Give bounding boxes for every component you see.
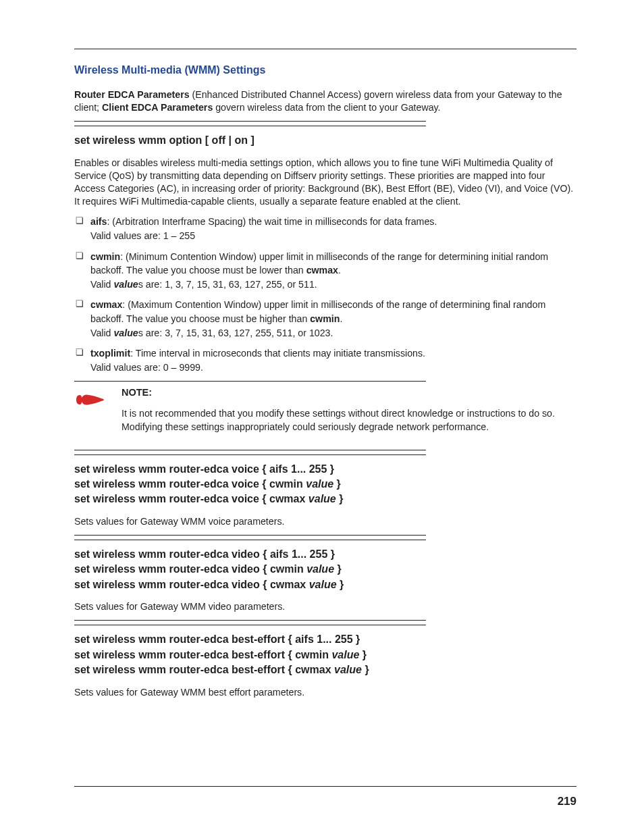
command-group-desc: Sets values for Gateway WMM voice parame… [74,515,576,528]
cmd-text: set wireless wmm router-edca best-effort… [74,633,360,645]
param-valid: Valid values are: 1 – 255 [90,230,195,241]
command-line: set wireless wmm router-edca video { cwm… [74,577,576,592]
note-block: NOTE: It is not recommended that you mod… [74,387,576,440]
param-label: aifs [90,216,107,227]
section-title: Wireless Multi-media (WMM) Settings [74,64,576,76]
note-heading: NOTE: [122,387,576,398]
valid-em: value [113,328,138,338]
cmd-text: set wireless wmm router-edca video { aif… [74,548,335,560]
command-line: set wireless wmm router-edca voice { cwm… [74,492,576,506]
command-group-desc: Sets values for Gateway WMM best effort … [74,686,576,699]
cmd-text: } [362,664,369,675]
note-content: NOTE: It is not recommended that you mod… [122,387,576,440]
valid-post: s are: 1, 3, 7, 15, 31, 63, 127, 255, or… [138,279,317,290]
command-description: Enables or disables wireless multi-media… [74,157,576,209]
cmd-text: } [336,493,344,504]
rule-thin [74,450,426,450]
parameter-list: aifs: (Arbitration Interframe Spacing) t… [74,215,576,374]
param-desc: : Time interval in microseconds that cli… [130,348,425,359]
param-label: cwmax [90,299,122,310]
cmd-text: set wireless wmm router-edca video { cwm… [74,563,306,575]
rule-thin [74,535,426,536]
cmd-value-placeholder: value [331,649,359,660]
param-valid: Valid values are: 0 – 9999. [90,362,203,373]
rule-thin [74,121,426,122]
rule-thick [74,454,426,455]
list-item: cwmin: (Minimum Contention Window) upper… [74,250,576,292]
cmd-value-placeholder: value [334,664,362,675]
cmd-text: set wireless wmm router-edca voice { cwm… [74,493,308,504]
cmd-value-placeholder: value [306,563,334,575]
intro-text-2: govern wireless data from the client to … [213,102,440,113]
cmd-text: set wireless wmm router-edca best-effort… [74,649,331,660]
valid-pre: Valid [90,328,113,338]
command-line: set wireless wmm router-edca video { cwm… [74,562,576,577]
command-line: set wireless wmm router-edca voice { cwm… [74,477,576,492]
command-line: set wireless wmm router-edca video { aif… [74,547,576,562]
note-body: It is not recommended that you modify th… [122,407,576,433]
param-ref: cwmin [310,313,340,324]
rule-thick [74,126,426,126]
command-line: set wireless wmm router-edca voice { aif… [74,462,576,477]
cmd-text: set wireless wmm router-edca voice { aif… [74,463,334,475]
top-rule [74,49,576,49]
cmd-text: } [334,563,342,575]
rule-thick [74,625,426,625]
list-item: aifs: (Arbitration Interframe Spacing) t… [74,215,576,242]
cmd-text: set wireless wmm router-edca best-effort… [74,664,334,675]
valid-em: value [113,279,138,290]
cmd-text: } [359,649,367,660]
valid-pre: Valid [90,279,113,290]
cmd-text: set wireless wmm router-edca voice { cwm… [74,478,306,490]
param-label: cwmin [90,251,120,262]
cmd-text: set wireless wmm router-edca video { cwm… [74,579,309,590]
cmd-value-placeholder: value [308,493,336,504]
param-desc: : (Arbitration Interframe Spacing) the w… [107,216,437,227]
cmd-value-placeholder: value [309,579,337,590]
param-ref: cwmax [306,265,338,276]
rule-thin [74,381,426,382]
cmd-text: } [337,579,344,590]
command-heading: set wireless wmm router-edca voice { aif… [74,462,576,507]
command-groups: set wireless wmm router-edca voice { aif… [74,454,576,699]
intro-bold-1: Router EDCA Parameters [74,89,190,100]
rule-thin [74,620,426,621]
page-number: 219 [558,795,576,808]
command-line: set wireless wmm router-edca best-effort… [74,648,576,662]
intro-bold-2: Client EDCA Parameters [102,102,213,113]
valid-post: s are: 3, 7, 15, 31, 63, 127, 255, 511, … [138,328,333,338]
param-label: txoplimit [90,348,130,359]
command-line: set wireless wmm router-edca best-effort… [74,632,576,647]
footer-rule [74,786,576,787]
list-item: txoplimit: Time interval in microseconds… [74,346,576,374]
command-line: set wireless wmm router-edca best-effort… [74,662,576,677]
command-group-desc: Sets values for Gateway WMM video parame… [74,600,576,613]
command-heading: set wireless wmm router-edca video { aif… [74,547,576,592]
cmd-value-placeholder: value [306,478,333,490]
rule-thick [74,540,426,540]
document-page: Wireless Multi-media (WMM) Settings Rout… [0,0,644,834]
list-item: cwmax: (Maximum Contention Window) upper… [74,298,576,340]
cmd-text: } [333,478,341,490]
command-heading: set wireless wmm router-edca best-effort… [74,632,576,677]
pointing-hand-icon [74,387,122,413]
intro-paragraph: Router EDCA Parameters (Enhanced Distrib… [74,88,576,114]
command-heading: set wireless wmm option [ off | on ] [74,133,576,148]
